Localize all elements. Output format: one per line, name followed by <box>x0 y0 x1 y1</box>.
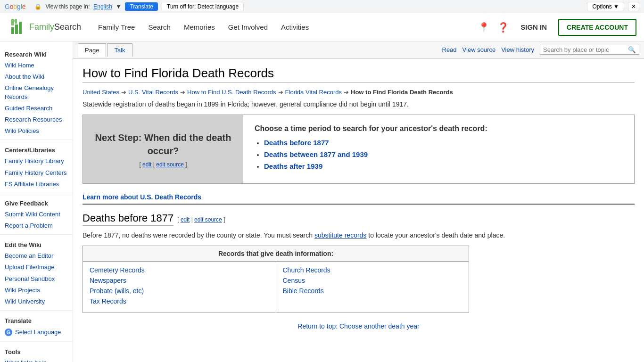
sidebar-item-research-resources[interactable]: Research Resources <box>0 114 73 125</box>
period-1877-1939: Deaths between 1877 and 1939 <box>264 150 623 158</box>
records-right-column: Church Records Census Bible Records <box>276 262 469 313</box>
main-navigation: Family Tree Search Memories Get Involved… <box>92 19 314 35</box>
breadcrumb-arrow-3: ➔ <box>278 89 283 96</box>
close-translate-button[interactable]: ✕ <box>628 2 639 11</box>
period-list: Deaths before 1877 Deaths between 1877 a… <box>255 139 623 170</box>
sidebar-divider-4 <box>0 310 73 311</box>
sidebar-translate-title: Translate <box>0 313 73 326</box>
svg-rect-1 <box>11 27 14 34</box>
sidebar-divider-1 <box>0 140 73 140</box>
nav-family-tree[interactable]: Family Tree <box>92 19 140 35</box>
sidebar-item-guided-research[interactable]: Guided Research <box>0 103 73 114</box>
nav-memories[interactable]: Memories <box>178 19 221 35</box>
logo[interactable]: FamilySearch <box>8 18 81 37</box>
sign-in-button[interactable]: SIGN IN <box>517 23 551 31</box>
breadcrumb-us-death[interactable]: How to Find U.S. Death Records <box>187 89 276 96</box>
sidebar-item-about-wiki[interactable]: About the Wiki <box>0 71 73 82</box>
sidebar-item-upload-file[interactable]: Upload File/Image <box>0 262 73 273</box>
sidebar-give-feedback-title: Give Feedback <box>0 196 73 209</box>
sidebar-item-wiki-projects[interactable]: Wiki Projects <box>0 285 73 296</box>
action-read[interactable]: Read <box>442 46 457 53</box>
choose-period-title: Choose a time period to search for your … <box>255 124 623 133</box>
wiki-search: 🔍 <box>540 45 639 55</box>
record-census[interactable]: Census <box>283 277 462 284</box>
tab-page[interactable]: Page <box>78 43 106 57</box>
options-button[interactable]: Options ▼ <box>587 2 624 11</box>
breadcrumb-vital-records[interactable]: U.S. Vital Records <box>128 89 178 96</box>
wiki-tabs: Page Talk Read View source View history … <box>73 41 644 58</box>
choose-period-panel: Choose a time period to search for your … <box>243 115 634 183</box>
record-church[interactable]: Church Records <box>283 266 462 274</box>
nav-activities[interactable]: Activities <box>275 19 314 35</box>
learn-more-link[interactable]: Learn more about U.S. Death Records <box>83 193 635 201</box>
logo-icon <box>8 18 26 37</box>
sidebar-item-report-problem[interactable]: Report a Problem <box>0 220 73 231</box>
sidebar-item-personal-sandbox[interactable]: Personal Sandbox <box>0 273 73 285</box>
next-step-edit-link[interactable]: edit <box>142 161 151 168</box>
substitute-records-link[interactable]: substitute records <box>314 231 367 239</box>
translate-button[interactable]: Translate <box>125 2 158 11</box>
breadcrumb-florida-vital[interactable]: Florida Vital Records <box>285 89 342 96</box>
next-step-edit-source-link[interactable]: edit source <box>156 161 184 168</box>
deaths-before-section-heading: Deaths before 1877 [ edit | edit source … <box>83 212 635 226</box>
nav-get-involved[interactable]: Get Involved <box>223 19 273 35</box>
record-bible[interactable]: Bible Records <box>283 287 462 295</box>
sidebar: Research Wiki Wiki Home About the Wiki O… <box>0 41 73 362</box>
create-account-button[interactable]: CREATE ACCOUNT <box>558 19 636 36</box>
next-step-panel: Next Step: When did the death occur? [ e… <box>83 115 243 183</box>
svg-point-5 <box>11 19 15 23</box>
help-icon[interactable]: ❓ <box>497 22 509 33</box>
lock-icon: 🔒 <box>34 3 41 10</box>
records-table: Records that give death information: Cem… <box>83 246 469 313</box>
record-probate[interactable]: Probate (wills, etc) <box>90 287 269 295</box>
period-after-1939-link[interactable]: Deaths after 1939 <box>264 162 322 170</box>
deaths-before-edit-source-link[interactable]: edit source <box>194 216 222 223</box>
sidebar-divider-3 <box>0 234 73 235</box>
sidebar-tools-title: Tools <box>0 345 73 357</box>
tab-talk[interactable]: Talk <box>107 43 132 57</box>
svg-rect-6 <box>15 19 17 24</box>
sidebar-select-language[interactable]: Select Language <box>15 328 61 337</box>
sidebar-item-become-editor[interactable]: Become an Editor <box>0 250 73 262</box>
google-g-icon: G <box>5 329 12 336</box>
sidebar-research-wiki-title: Research Wiki <box>0 47 73 60</box>
sidebar-divider-5 <box>0 341 73 342</box>
period-before-1877-link[interactable]: Deaths before 1877 <box>264 139 329 147</box>
search-input[interactable] <box>543 46 628 53</box>
sidebar-item-wiki-university[interactable]: Wiki University <box>0 296 73 307</box>
sidebar-item-fs-affiliate[interactable]: FS Affiliate Libraries <box>0 179 73 190</box>
period-before-1877: Deaths before 1877 <box>264 139 623 147</box>
sidebar-item-fhl[interactable]: Family History Library <box>0 156 73 167</box>
translate-lang-link[interactable]: English <box>93 3 112 10</box>
deaths-before-edit-links: [ edit | edit source ] <box>177 216 225 223</box>
location-icon[interactable]: 📍 <box>478 22 490 33</box>
deaths-before-edit-link[interactable]: edit <box>181 216 190 223</box>
search-button[interactable]: 🔍 <box>628 46 636 53</box>
deaths-before-title: Deaths before 1877 <box>83 212 173 226</box>
record-cemetery[interactable]: Cemetery Records <box>90 266 269 274</box>
next-step-edit-links: [ edit | edit source ] <box>139 161 187 168</box>
sidebar-item-wiki-home[interactable]: Wiki Home <box>0 60 73 71</box>
breadcrumb-arrow-4: ➔ <box>344 89 349 96</box>
nav-search[interactable]: Search <box>142 19 176 35</box>
action-view-source[interactable]: View source <box>462 46 496 53</box>
action-view-history[interactable]: View history <box>501 46 534 53</box>
return-to-top-link[interactable]: Return to top: Choose another death year <box>83 322 635 330</box>
sidebar-item-fhc[interactable]: Family History Centers <box>0 167 73 179</box>
sidebar-item-wiki-policies[interactable]: Wiki Policies <box>0 125 73 137</box>
logo-text: FamilySearch <box>29 22 81 32</box>
period-1877-1939-link[interactable]: Deaths between 1877 and 1939 <box>264 150 368 158</box>
records-left-column: Cemetery Records Newspapers Probate (wil… <box>83 262 276 313</box>
turnoff-button[interactable]: Turn off for: Detect language <box>162 2 244 11</box>
record-tax[interactable]: Tax Records <box>90 297 269 305</box>
breadcrumb-us[interactable]: United States <box>83 89 119 96</box>
records-table-header: Records that give death information: <box>83 246 469 262</box>
svg-rect-3 <box>19 22 22 34</box>
sidebar-item-what-links[interactable]: What links here <box>0 357 73 362</box>
period-after-1939: Deaths after 1939 <box>264 162 623 170</box>
top-navigation: FamilySearch Family Tree Search Memories… <box>0 13 644 41</box>
record-newspapers[interactable]: Newspapers <box>90 277 269 284</box>
breadcrumb-arrow-1: ➔ <box>121 89 126 96</box>
sidebar-item-online-genealogy[interactable]: Online Genealogy Records <box>0 82 73 102</box>
sidebar-item-submit-wiki[interactable]: Submit Wiki Content <box>0 209 73 220</box>
